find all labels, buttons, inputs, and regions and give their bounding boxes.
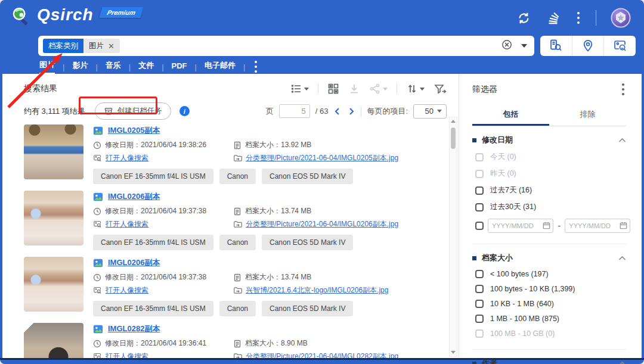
tab-videos[interactable]: 影片 xyxy=(72,60,88,73)
exif-tag[interactable]: Canon EF 16-35mm f/4L IS USM xyxy=(93,169,213,184)
section-header-file-size[interactable]: 档案大小 xyxy=(472,253,626,263)
result-row: IMGL0282副本 修改日期：2021/06/04 19:36:41 档案大小… xyxy=(24,319,443,358)
avatar[interactable] xyxy=(611,8,631,28)
location-search-button[interactable] xyxy=(572,36,604,56)
tab-files[interactable]: 文件 xyxy=(138,60,154,73)
results-scrollbar[interactable] xyxy=(449,117,457,357)
checkbox[interactable] xyxy=(475,203,484,211)
more-options-icon[interactable] xyxy=(575,10,581,26)
checkbox[interactable] xyxy=(475,300,484,308)
file-path-link[interactable]: 兴智博/2021.6.4北京-logo/IMGL0206副本.jpg xyxy=(233,285,443,295)
result-thumbnail[interactable] xyxy=(24,191,83,245)
result-filename-link[interactable]: IMGL0205副本 xyxy=(108,125,160,136)
filter-option-label: 100 bytes - 10 KB (1,399) xyxy=(490,285,575,293)
exif-tag[interactable]: Canon xyxy=(219,301,256,316)
per-page-caret-icon xyxy=(437,110,442,113)
modified-date: 修改日期：2021/06/04 19:38:26 xyxy=(93,140,233,150)
scroll-up-icon[interactable] xyxy=(451,120,456,123)
grid-view-icon[interactable] xyxy=(327,83,339,95)
calendar-icon[interactable] xyxy=(542,221,551,230)
result-thumbnail[interactable] xyxy=(24,323,83,358)
page-total: / 63 xyxy=(315,107,329,116)
face-search-link[interactable]: 打开人像搜索 xyxy=(93,153,233,163)
result-filename-link[interactable]: IMGL0206副本 xyxy=(108,191,160,202)
tab-exclude[interactable]: 排除 xyxy=(549,104,626,126)
section-header-modified-date[interactable]: 修改日期 xyxy=(472,135,626,145)
filter-option[interactable]: 100 bytes - 10 KB (1,399) xyxy=(475,285,626,293)
exif-tag[interactable]: Canon EOS 5D Mark IV xyxy=(262,301,353,316)
premium-badge: Premium xyxy=(99,7,143,18)
tab-include[interactable]: 包括 xyxy=(472,104,549,126)
modified-date: 修改日期：2021/06/04 19:36:41 xyxy=(93,338,233,349)
exif-tag[interactable]: Canon xyxy=(219,235,256,250)
search-dropdown-icon[interactable] xyxy=(521,44,527,48)
tab-pdf[interactable]: PDF xyxy=(172,61,187,73)
image-file-icon xyxy=(93,258,103,268)
tab-email[interactable]: 电子邮件 xyxy=(205,60,236,73)
nas-search-button[interactable] xyxy=(540,36,572,56)
file-size: 档案大小：13.74 MB xyxy=(233,206,443,216)
tab-images[interactable]: 图片 xyxy=(39,60,55,74)
refresh-icon[interactable] xyxy=(516,11,531,26)
date-range-option: - xyxy=(475,219,626,233)
filter-option[interactable]: 过去7天 (16) xyxy=(475,185,626,195)
filter-panel-icon[interactable] xyxy=(434,83,447,95)
search-input[interactable]: 档案类别 图片 ✕ xyxy=(38,36,534,56)
file-path-link[interactable]: 分类整理/Picture/2021-06-04/IMGL0206副本.jpg xyxy=(233,219,443,229)
checkbox[interactable] xyxy=(475,315,484,323)
info-icon[interactable]: i xyxy=(179,106,190,116)
checkbox[interactable] xyxy=(475,285,484,293)
face-search-link[interactable]: 打开人像搜索 xyxy=(93,351,233,358)
calendar-icon[interactable] xyxy=(619,221,628,230)
filter-sidebar: 筛选器 包括 排除 修改日期 今天 (0) xyxy=(459,74,642,358)
filter-option[interactable]: 1 MB - 100 MB (875) xyxy=(475,315,626,323)
modified-date: 修改日期：2021/06/04 19:37:38 xyxy=(93,206,233,216)
tab-separator: | xyxy=(162,63,163,71)
create-archive-task-button[interactable]: 创建归档任务 xyxy=(95,102,171,120)
exif-tag[interactable]: Canon xyxy=(219,169,256,184)
filter-option[interactable]: < 100 bytes (197) xyxy=(475,270,626,278)
sort-icon[interactable] xyxy=(406,83,425,95)
clear-search-icon[interactable] xyxy=(501,39,512,52)
exif-tag[interactable]: Canon EF 16-35mm f/4L IS USM xyxy=(93,301,213,316)
result-filename-link[interactable]: IMGL0206副本 xyxy=(108,257,160,268)
page-number-input[interactable] xyxy=(279,104,310,118)
scrollbar-thumb[interactable] xyxy=(451,127,456,149)
filter-option[interactable]: 10 KB - 1 MB (640) xyxy=(475,300,626,308)
exif-tag[interactable]: Canon EOS 5D Mark IV xyxy=(262,235,353,250)
face-search-button[interactable] xyxy=(603,36,636,56)
search-history-stack-icon[interactable] xyxy=(546,10,561,26)
face-search-link[interactable]: 打开人像搜索 xyxy=(93,285,233,295)
filter-option-label: < 100 bytes (197) xyxy=(490,270,549,278)
toolbar-divider xyxy=(397,83,397,94)
filter-option: 100 MB - 10 GB (0) xyxy=(475,329,626,338)
exif-tag[interactable]: Canon EF 16-35mm f/4L IS USM xyxy=(93,235,213,250)
filter-option[interactable]: 过去30天 (31) xyxy=(475,202,626,212)
filter-option-label: 过去30天 (31) xyxy=(490,202,536,212)
collapse-icon[interactable] xyxy=(618,361,626,364)
search-mode-buttons xyxy=(540,36,636,56)
per-page-select[interactable]: 50 xyxy=(413,104,447,119)
prev-page-icon[interactable] xyxy=(333,107,342,116)
checkbox[interactable] xyxy=(475,186,484,195)
collapse-icon[interactable] xyxy=(618,256,626,261)
file-path-link[interactable]: 分类整理/Picture/2021-06-04/IMGL0282副本.jpg xyxy=(233,351,443,358)
file-path-link[interactable]: 分类整理/Picture/2021-06-04/IMGL0205副本.jpg xyxy=(233,153,443,163)
tab-music[interactable]: 音乐 xyxy=(106,60,121,73)
result-thumbnail[interactable] xyxy=(24,125,83,179)
filter-options-icon[interactable] xyxy=(620,82,626,97)
result-filename-link[interactable]: IMGL0282副本 xyxy=(108,323,160,334)
scroll-down-icon[interactable] xyxy=(451,351,456,354)
next-page-icon[interactable] xyxy=(347,107,355,116)
collapse-icon[interactable] xyxy=(618,138,626,143)
filter-tag-value-label: 图片 xyxy=(89,41,104,51)
list-view-icon[interactable] xyxy=(290,83,309,95)
exif-tag[interactable]: Canon EOS 5D Mark IV xyxy=(262,169,353,184)
face-search-link[interactable]: 打开人像搜索 xyxy=(93,219,233,229)
checkbox[interactable] xyxy=(475,222,484,230)
checkbox[interactable] xyxy=(475,270,484,278)
more-tabs-icon[interactable] xyxy=(253,59,259,74)
remove-tag-icon[interactable]: ✕ xyxy=(108,42,114,51)
result-thumbnail[interactable] xyxy=(24,257,83,312)
folder-icon xyxy=(233,154,242,163)
